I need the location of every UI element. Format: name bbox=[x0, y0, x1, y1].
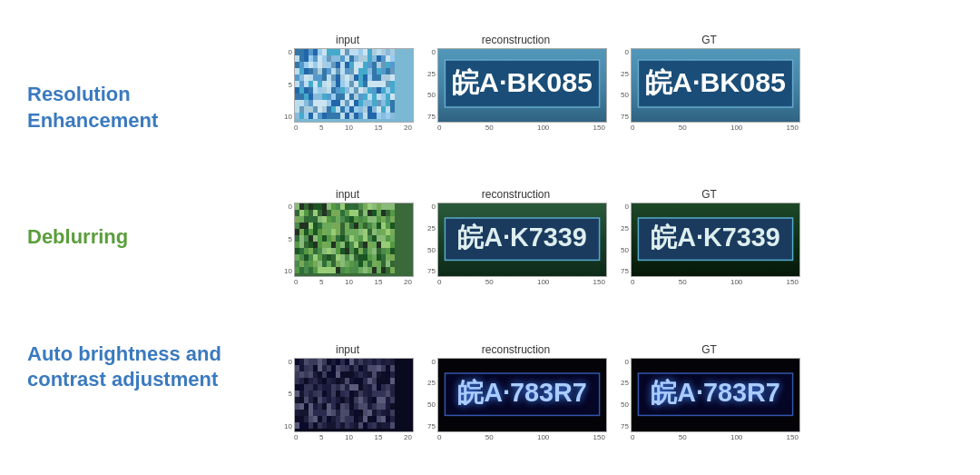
brightness-gt-plot: 0255075 050100150 bbox=[618, 358, 800, 441]
deblurring-input-yaxis: 0510 bbox=[281, 203, 294, 286]
brightness-input-block: input 0510 05101520 bbox=[281, 343, 414, 441]
resolution-input-plot: 0510 05101520 bbox=[281, 48, 414, 132]
resolution-input-xaxis: 05101520 bbox=[294, 123, 412, 132]
deblurring-input-area: 05101520 bbox=[294, 203, 414, 286]
deblurring-input-canvas bbox=[294, 203, 414, 277]
resolution-recon-yaxis: 0255075 bbox=[425, 48, 437, 132]
resolution-recon-block: reconstruction 0255075 050100150 bbox=[425, 34, 607, 132]
resolution-gt-canvas bbox=[631, 48, 800, 123]
brightness-input-canvas bbox=[294, 358, 414, 432]
resolution-gt-plot: 0255075 050100150 bbox=[618, 48, 800, 132]
deblurring-recon-area: 050100150 bbox=[437, 203, 607, 286]
deblurring-recon-xaxis: 050100150 bbox=[437, 277, 605, 286]
deblurring-gt-canvas bbox=[631, 203, 800, 277]
deblurring-gt-block: GT 0255075 050100150 bbox=[618, 188, 800, 286]
resolution-recon-xaxis: 050100150 bbox=[437, 123, 605, 132]
resolution-input-block: input 0510 05101520 bbox=[281, 34, 414, 132]
row-deblurring: input 0510 05101520 reconstruction bbox=[281, 188, 962, 286]
brightness-recon-yaxis: 0255075 bbox=[425, 358, 437, 441]
brightness-recon-plot: 0255075 050100150 bbox=[425, 358, 607, 441]
row-resolution: input 0510 05101520 reconstruction bbox=[281, 34, 962, 132]
resolution-input-area: 05101520 bbox=[294, 48, 414, 132]
deblurring-gt-plot: 0255075 050100150 bbox=[618, 203, 800, 286]
brightness-gt-block: GT 0255075 050100150 bbox=[618, 343, 800, 441]
brightness-gt-canvas bbox=[631, 358, 800, 432]
deblurring-recon-plot: 0255075 050100150 bbox=[425, 203, 607, 286]
label-brightness: Auto brightness andcontrast adjustment bbox=[27, 341, 272, 393]
deblurring-gt-title: GT bbox=[701, 188, 717, 201]
deblurring-gt-area: 050100150 bbox=[631, 203, 800, 286]
brightness-gt-title: GT bbox=[701, 343, 717, 356]
deblurring-recon-canvas bbox=[437, 203, 607, 277]
resolution-gt-title: GT bbox=[701, 34, 717, 46]
deblurring-recon-title: reconstruction bbox=[482, 188, 550, 201]
resolution-recon-plot: 0255075 050100150 bbox=[425, 48, 607, 132]
brightness-recon-area: 050100150 bbox=[437, 358, 607, 441]
brightness-recon-canvas bbox=[437, 358, 607, 432]
images-column: input 0510 05101520 reconstruction bbox=[281, 9, 962, 466]
resolution-gt-xaxis: 050100150 bbox=[631, 123, 799, 132]
labels-column: ResolutionEnhancement Deblurring Auto br… bbox=[18, 9, 281, 466]
brightness-recon-title: reconstruction bbox=[482, 343, 550, 356]
brightness-recon-xaxis: 050100150 bbox=[437, 432, 605, 441]
brightness-gt-area: 050100150 bbox=[631, 358, 800, 441]
resolution-input-title: input bbox=[336, 34, 359, 46]
resolution-gt-area: 050100150 bbox=[631, 48, 800, 132]
resolution-recon-title: reconstruction bbox=[482, 34, 550, 46]
brightness-recon-block: reconstruction 0255075 050100150 bbox=[425, 343, 607, 441]
deblurring-gt-yaxis: 0255075 bbox=[618, 203, 631, 286]
deblurring-gt-xaxis: 050100150 bbox=[631, 277, 799, 286]
resolution-gt-yaxis: 0255075 bbox=[618, 48, 631, 132]
row-brightness: input 0510 05101520 reconstruction bbox=[281, 343, 962, 441]
resolution-gt-block: GT 0255075 050100150 bbox=[618, 34, 800, 132]
deblurring-input-plot: 0510 05101520 bbox=[281, 203, 414, 286]
brightness-input-plot: 0510 05101520 bbox=[281, 358, 414, 441]
resolution-input-yaxis: 0510 bbox=[281, 48, 294, 132]
resolution-recon-area: 050100150 bbox=[437, 48, 607, 132]
brightness-gt-xaxis: 050100150 bbox=[631, 432, 799, 441]
deblurring-input-block: input 0510 05101520 bbox=[281, 188, 414, 286]
deblurring-recon-yaxis: 0255075 bbox=[425, 203, 437, 286]
brightness-input-xaxis: 05101520 bbox=[294, 432, 412, 441]
brightness-input-yaxis: 0510 bbox=[281, 358, 294, 441]
main-container: ResolutionEnhancement Deblurring Auto br… bbox=[0, 0, 980, 475]
deblurring-recon-block: reconstruction 0255075 050100150 bbox=[425, 188, 607, 286]
resolution-recon-canvas bbox=[437, 48, 607, 123]
deblurring-input-title: input bbox=[336, 188, 359, 201]
label-resolution: ResolutionEnhancement bbox=[27, 82, 272, 134]
brightness-gt-yaxis: 0255075 bbox=[618, 358, 631, 441]
deblurring-input-xaxis: 05101520 bbox=[294, 277, 412, 286]
brightness-input-title: input bbox=[336, 343, 359, 356]
brightness-input-area: 05101520 bbox=[294, 358, 414, 441]
resolution-input-canvas bbox=[294, 48, 414, 123]
label-deblurring: Deblurring bbox=[27, 224, 272, 251]
